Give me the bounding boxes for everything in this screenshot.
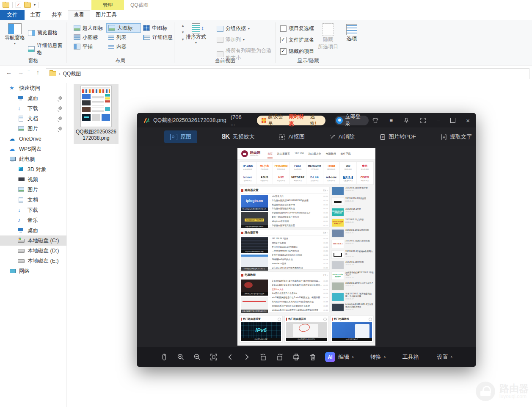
show-hide-checkbox[interactable]: 项目复选框: [280, 25, 314, 32]
folder-icon[interactable]: [3, 3, 9, 8]
up-arrow-icon[interactable]: ↑: [36, 69, 39, 76]
router-logo-icon: [476, 382, 495, 401]
mouse-icon[interactable]: [160, 353, 168, 361]
viewer-bottom-toolbar: AI 编辑 ∧ 转换 ∧ 工具箱 设置: [137, 347, 476, 367]
ribbon-tab[interactable]: 主页: [25, 10, 46, 20]
displayed-image: 路由网 luyouqi.com 首页 路由器设置 192.168 路由器大全 电…: [237, 148, 375, 346]
sidebar-item[interactable]: 桌面: [0, 93, 66, 103]
nav-pane-button[interactable]: 导航窗格 ▾: [3, 23, 26, 45]
ribbon-tab[interactable]: 共享: [46, 10, 68, 20]
view-option[interactable]: 列表: [106, 33, 141, 42]
zoom-out-icon[interactable]: [193, 353, 201, 361]
address-box[interactable]: › QQ截图: [46, 68, 529, 79]
address-bar: ← → ˇ ↑ › QQ截图: [0, 68, 532, 79]
breadcrumb[interactable]: QQ截图: [63, 70, 81, 78]
sort-by-button[interactable]: ↕ 排序方式 ▾: [184, 23, 208, 44]
properties-icon[interactable]: ✓: [16, 2, 21, 8]
site-nav-item: 软件下载: [341, 152, 351, 156]
fit-screen-icon[interactable]: [209, 353, 218, 361]
show-hide-checkbox[interactable]: 隐藏的项目: [280, 48, 314, 55]
lossless-upscale-button[interactable]: 8K 无损放大: [222, 133, 254, 141]
details-pane-button[interactable]: 详细信息窗格: [28, 42, 66, 56]
next-icon[interactable]: [243, 353, 251, 361]
file-thumbnail: [80, 86, 112, 127]
sidebar-item[interactable]: 此电脑: [0, 154, 66, 164]
view-option[interactable]: 小图标: [72, 33, 106, 42]
maximize-icon[interactable]: [450, 118, 455, 123]
sidebar-item[interactable]: WPS网盘: [0, 144, 66, 154]
group-by-button[interactable]: 分组依据 ▾: [217, 25, 250, 32]
dropdown-caret-icon[interactable]: ▾: [34, 3, 36, 7]
ribbon-tab[interactable]: 查看: [68, 10, 90, 20]
ribbon: 导航窗格 ▾ 预览窗格 详细信息窗格 窗格 超大图标: [0, 20, 532, 66]
rotate-left-icon[interactable]: [259, 353, 267, 361]
article-link: · 无法打开tplogin.cn管理网站 03-26: [270, 246, 328, 250]
print-icon[interactable]: [292, 353, 300, 361]
sidebar-item[interactable]: OneDrive: [0, 134, 66, 144]
checkbox-icon[interactable]: [280, 37, 287, 43]
vip-promo-banner[interactable]: 超级会员限时特惠速抢!: [257, 116, 325, 125]
options-button[interactable]: 选项: [343, 24, 360, 42]
sidebar-item[interactable]: 下载: [0, 205, 66, 215]
rotate-right-icon[interactable]: [276, 353, 284, 361]
right-column-card: 192.168.124.1登录说明 2021-03-24: [331, 197, 374, 206]
prev-icon[interactable]: [226, 353, 234, 361]
image-to-pdf-button[interactable]: P 图片转PDF: [379, 133, 416, 141]
sidebar-item-label: 图片: [28, 125, 38, 133]
sidebar-item[interactable]: 快速访问: [0, 83, 66, 93]
view-option[interactable]: 超大图标: [72, 23, 106, 33]
group-label: 窗格: [0, 57, 66, 64]
pin-icon[interactable]: [403, 117, 409, 124]
delete-icon[interactable]: [309, 353, 317, 361]
minimize-icon[interactable]: –: [437, 118, 440, 123]
sidebar-item[interactable]: 图片: [0, 185, 66, 195]
show-hide-checkbox[interactable]: 文件扩展名: [280, 36, 314, 44]
viewer-menu[interactable]: 转换 ∧: [370, 353, 386, 361]
viewer-menu[interactable]: 设置 ∧: [437, 353, 453, 361]
viewer-menu[interactable]: 工具箱: [402, 353, 421, 361]
viewer-filename: QQ截图20250326172038.png: [153, 116, 226, 124]
fullscreen-icon[interactable]: [420, 117, 426, 124]
close-icon[interactable]: ×: [466, 118, 470, 123]
ribbon-tab[interactable]: 图片工具: [90, 10, 122, 20]
sidebar-item-label: 3D 对象: [28, 166, 46, 173]
checkbox-icon[interactable]: [280, 25, 287, 32]
sidebar-item[interactable]: 文档: [0, 195, 66, 205]
preview-pane-button[interactable]: 预览窗格: [28, 29, 58, 36]
viewer-menu[interactable]: 编辑 ∧: [338, 353, 354, 361]
original-image-button[interactable]: 原图: [164, 130, 197, 143]
sidebar-item[interactable]: 本地磁盘 (E:): [0, 256, 66, 266]
ai-erase-button[interactable]: AI消除: [329, 133, 355, 141]
recent-dropdown-icon[interactable]: ˇ: [28, 70, 29, 75]
menu-icon[interactable]: ≡: [389, 118, 393, 123]
ai-cutout-button[interactable]: AI抠图: [279, 133, 304, 141]
sidebar-item[interactable]: 3D 对象: [0, 164, 66, 174]
file-item-selected[interactable]: QQ截图20250326172038.png: [74, 84, 119, 144]
skin-icon[interactable]: [372, 117, 379, 124]
article-link: · 使用手机修改wifi密码的方法指南 03-26: [270, 254, 328, 258]
view-option[interactable]: 内容: [106, 42, 141, 51]
back-arrow-icon[interactable]: ←: [6, 69, 12, 76]
sidebar-item[interactable]: 网络: [0, 266, 66, 276]
manage-contextual-tab[interactable]: 管理: [91, 0, 124, 10]
checkbox-icon[interactable]: [280, 48, 287, 55]
view-option-icon: [143, 35, 150, 40]
extract-text-button[interactable]: A 提取文字: [441, 133, 472, 141]
view-option[interactable]: 平铺: [72, 42, 106, 51]
ribbon-tab[interactable]: 文件: [0, 10, 25, 20]
ai-button[interactable]: AI: [325, 352, 335, 362]
zoom-in-icon[interactable]: [176, 353, 185, 361]
sidebar-item[interactable]: 文档: [0, 114, 66, 124]
sidebar-item[interactable]: 图片: [0, 124, 66, 134]
sidebar-item[interactable]: 本地磁盘 (D:): [0, 246, 66, 256]
sidebar-item[interactable]: 本地磁盘 (C:): [0, 235, 66, 246]
sidebar-item[interactable]: 下载: [0, 103, 66, 114]
article-link: · 宽带dns大全 03-24: [270, 288, 328, 292]
folder-icon[interactable]: [24, 3, 31, 8]
sidebar-item[interactable]: 视频: [0, 174, 66, 185]
more-link: 更多 >: [323, 232, 328, 234]
sidebar-item[interactable]: 桌面: [0, 225, 66, 235]
login-button[interactable]: 立即登录: [335, 116, 369, 125]
sidebar-item[interactable]: 音乐: [0, 215, 66, 225]
view-option[interactable]: 大图标: [106, 23, 141, 33]
